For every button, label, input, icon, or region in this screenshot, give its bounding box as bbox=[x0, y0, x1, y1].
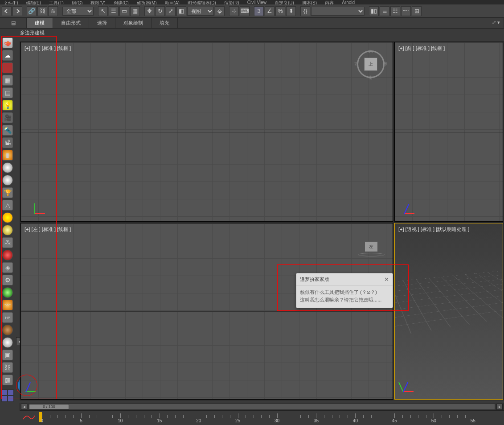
viewport-left[interactable]: [+] [左 ] [标准 ] [线框 ] 左 bbox=[20, 223, 393, 400]
named-selset-dropdown[interactable] bbox=[311, 7, 365, 16]
menu-item[interactable]: 图形编辑器(D) bbox=[188, 0, 216, 4]
ribbon-toggle-icon[interactable]: ⤢ ▾ bbox=[488, 18, 504, 28]
trophy-icon[interactable]: 🏆 bbox=[2, 187, 13, 198]
sphere-white-icon[interactable] bbox=[2, 175, 13, 186]
curve-editor-button[interactable]: 〰 bbox=[401, 6, 411, 16]
align-button[interactable]: ≣ bbox=[380, 6, 389, 16]
menu-item[interactable]: 修改器(M) bbox=[137, 0, 157, 4]
blocking-tool-dialog[interactable]: 追梦扮家家版 ✕ 貌似有什么工具把我挡住了 (？ω？) 这叫我怎么混嘛亲？请把它… bbox=[296, 273, 393, 308]
time-next-button[interactable]: ▸ bbox=[496, 404, 503, 410]
sphere-yellow-icon[interactable] bbox=[2, 225, 13, 235]
selection-filter-dropdown[interactable]: 全部 bbox=[62, 7, 94, 16]
camera2-icon[interactable]: 📽 bbox=[2, 137, 13, 148]
view-steer-icon[interactable]: 左 bbox=[358, 241, 385, 259]
chain-icon[interactable]: ⛓ bbox=[2, 362, 13, 373]
camera-icon[interactable]: 🎥 bbox=[2, 112, 13, 123]
menu-item[interactable]: Civil View bbox=[247, 0, 266, 4]
menu-item[interactable]: 视图(V) bbox=[90, 0, 105, 4]
tab-modeling[interactable]: 建模 bbox=[27, 18, 53, 28]
scale-button[interactable]: ⤢ bbox=[166, 6, 176, 16]
time-ruler[interactable]: 0510152025303540455055 bbox=[20, 411, 504, 423]
ribbon-expand-icon[interactable]: ▤ bbox=[0, 18, 27, 28]
menu-item[interactable]: 内容 bbox=[325, 0, 334, 4]
menu-item[interactable]: 编辑(E) bbox=[26, 0, 41, 4]
sphere-cream-icon[interactable] bbox=[2, 162, 13, 173]
redo-button[interactable] bbox=[12, 6, 22, 16]
compass-icon[interactable]: ◈ bbox=[2, 262, 13, 273]
particles-icon[interactable]: ⁂ bbox=[2, 237, 13, 248]
grid-icon[interactable]: ▦ bbox=[2, 75, 13, 86]
menu-item[interactable]: 工具(T) bbox=[49, 0, 64, 4]
placement-button[interactable]: ◧ bbox=[176, 6, 186, 16]
light-bulb-icon[interactable]: 💡 bbox=[2, 100, 13, 111]
slate-icon[interactable]: ▩ bbox=[2, 375, 13, 385]
gear-icon[interactable]: ⚙ bbox=[2, 275, 13, 285]
rectangle-select-button[interactable]: ▭ bbox=[119, 6, 129, 16]
percent-snap-button[interactable]: % bbox=[275, 6, 285, 16]
viewport-label[interactable]: [+] [透视 ] [标准 ] [默认明暗处理 ] bbox=[398, 226, 469, 233]
sphere-grey-icon[interactable] bbox=[2, 337, 13, 348]
curve-icon[interactable] bbox=[22, 413, 36, 421]
bind-button[interactable]: ≋ bbox=[48, 6, 58, 16]
rotate-button[interactable]: ↻ bbox=[155, 6, 165, 16]
spinner-snap-button[interactable]: ⬍ bbox=[286, 6, 296, 16]
close-icon[interactable]: ✕ bbox=[384, 276, 389, 283]
unlink-button[interactable]: ⛓ bbox=[37, 6, 47, 16]
time-slider[interactable]: ◂ 0 / 100 ▸ bbox=[20, 403, 504, 411]
hp-icon[interactable]: HP bbox=[2, 312, 13, 323]
select-by-name-button[interactable]: ☰ bbox=[109, 6, 119, 16]
menu-item[interactable]: 创建(C) bbox=[114, 0, 129, 4]
named-selset-button[interactable]: {} bbox=[300, 6, 310, 16]
viewport-perspective[interactable]: [+] [透视 ] [标准 ] [默认明暗处理 ] bbox=[394, 223, 503, 400]
mirror-button[interactable]: ▮▯ bbox=[369, 6, 379, 16]
viewport-layout-icon[interactable] bbox=[1, 389, 14, 402]
viewport-front[interactable]: [+] [前 ] [标准 ] [线框 ] bbox=[394, 42, 503, 222]
viewport-label[interactable]: [+] [左 ] [标准 ] [线框 ] bbox=[25, 226, 71, 233]
menu-item[interactable]: 渲染(R) bbox=[224, 0, 239, 4]
schematic-button[interactable]: ⊞ bbox=[412, 6, 422, 16]
menu-item[interactable]: 组(G) bbox=[72, 0, 82, 4]
panel-red-icon[interactable] bbox=[2, 62, 13, 73]
menu-item[interactable]: 动画(A) bbox=[165, 0, 180, 4]
swirl-icon[interactable]: 〰 bbox=[2, 300, 13, 310]
tab-freeform[interactable]: 自由形式 bbox=[53, 18, 89, 28]
sun-icon[interactable] bbox=[2, 212, 13, 223]
tab-populate[interactable]: 填充 bbox=[152, 18, 178, 28]
grid2-icon[interactable]: ▤ bbox=[2, 87, 13, 98]
viewcube[interactable]: 上 北 东 南 西 bbox=[357, 50, 385, 78]
viewport-label[interactable]: [+] [顶 ] [标准 ] [线框 ] bbox=[25, 45, 71, 52]
snap-toggle-button[interactable]: 3 bbox=[254, 6, 264, 16]
menu-item[interactable]: Arnold bbox=[342, 0, 355, 4]
spot-light-icon[interactable]: 🔦 bbox=[2, 125, 13, 136]
sphere-brown-icon[interactable] bbox=[2, 325, 13, 335]
grass-icon[interactable] bbox=[2, 287, 13, 298]
menu-item[interactable]: 自定义(U) bbox=[275, 0, 294, 4]
cloud-icon[interactable]: ☁ bbox=[2, 50, 13, 61]
move-button[interactable]: ✥ bbox=[144, 6, 154, 16]
teapot-icon[interactable]: 🫖 bbox=[2, 37, 13, 48]
window-crossing-button[interactable]: ▦ bbox=[130, 6, 140, 16]
material-lib-icon[interactable]: ▣ bbox=[2, 350, 13, 360]
viewport-label[interactable]: [+] [前 ] [标准 ] [线框 ] bbox=[398, 45, 445, 52]
tab-object-paint[interactable]: 对象绘制 bbox=[115, 18, 152, 28]
link-button[interactable]: 🔗 bbox=[27, 6, 37, 16]
angle-snap-button[interactable]: ∠ bbox=[265, 6, 275, 16]
cone-icon[interactable]: △ bbox=[2, 200, 13, 210]
menu-item[interactable]: 文件(F) bbox=[4, 0, 18, 4]
undo-button[interactable] bbox=[2, 6, 12, 16]
book-icon[interactable]: ▮ bbox=[2, 150, 13, 161]
menu-bar[interactable]: 文件(F) 编辑(E) 工具(T) 组(G) 视图(V) 创建(C) 修改器(M… bbox=[0, 0, 504, 4]
ref-coord-dropdown[interactable]: 视图 bbox=[187, 7, 214, 16]
time-track[interactable]: 0 / 100 bbox=[29, 404, 495, 409]
select-object-button[interactable]: ↖ bbox=[98, 6, 108, 16]
use-pivot-button[interactable]: ⬙ bbox=[215, 6, 225, 16]
keyboard-shortcut-button[interactable]: ⌨ bbox=[240, 6, 250, 16]
sphere-red-icon[interactable] bbox=[2, 250, 13, 260]
viewport-top[interactable]: [+] [顶 ] [标准 ] [线框 ] 上 北 东 南 西 bbox=[20, 42, 393, 222]
time-prev-button[interactable]: ◂ bbox=[21, 404, 27, 410]
time-thumb[interactable]: 0 / 100 bbox=[29, 404, 69, 409]
menu-item[interactable]: 脚本(S) bbox=[302, 0, 317, 4]
layer-button[interactable]: ☷ bbox=[390, 6, 400, 16]
select-manipulate-button[interactable]: ⊹ bbox=[229, 6, 239, 16]
tab-selection[interactable]: 选择 bbox=[89, 18, 115, 28]
